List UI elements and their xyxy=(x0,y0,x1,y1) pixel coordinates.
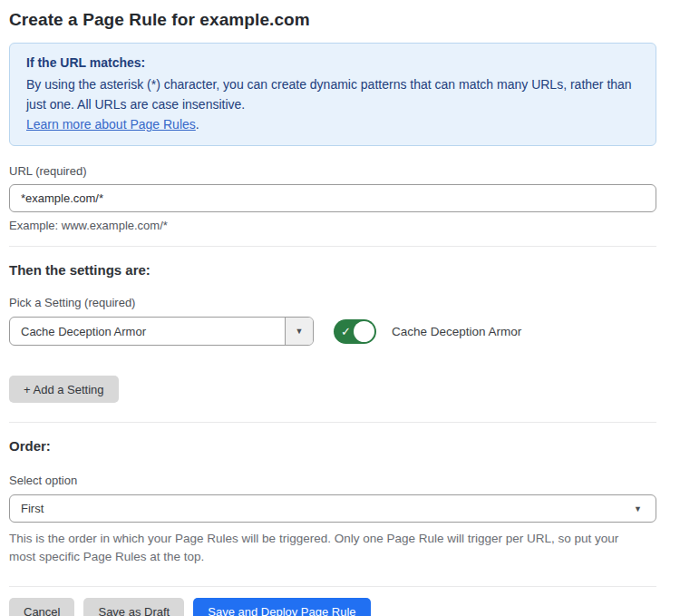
toggle-knob xyxy=(354,321,374,342)
add-setting-button[interactable]: + Add a Setting xyxy=(9,376,119,403)
create-page-rule-form: Create a Page Rule for example.com If th… xyxy=(0,0,680,616)
learn-more-link[interactable]: Learn more about Page Rules xyxy=(26,117,196,132)
page-title: Create a Page Rule for example.com xyxy=(9,10,656,30)
divider xyxy=(9,246,656,247)
toggle-label: Cache Deception Armor xyxy=(392,325,521,338)
url-example-helper: Example: www.example.com/* xyxy=(9,219,656,232)
order-select-label: Select option xyxy=(9,474,656,487)
order-select-value: First xyxy=(21,502,44,515)
chevron-down-icon: ▼ xyxy=(296,328,304,336)
settings-section-heading: Then the settings are: xyxy=(9,262,656,278)
url-matches-info-box: If the URL matches: By using the asteris… xyxy=(9,43,656,146)
divider xyxy=(9,422,656,423)
chevron-down-icon: ▼ xyxy=(634,504,642,513)
setting-select[interactable]: Cache Deception Armor ▼ xyxy=(9,317,314,346)
footer-actions: Cancel Save as Draft Save and Deploy Pag… xyxy=(9,598,656,616)
setting-select-arrow-button[interactable]: ▼ xyxy=(285,318,313,345)
cache-deception-armor-toggle[interactable]: ✓ xyxy=(334,319,376,344)
save-and-deploy-button[interactable]: Save and Deploy Page Rule xyxy=(193,598,370,616)
order-helper-text: This is the order in which your Page Rul… xyxy=(9,530,644,566)
check-icon: ✓ xyxy=(341,325,351,338)
order-section-heading: Order: xyxy=(9,438,656,454)
info-box-heading: If the URL matches: xyxy=(26,53,639,73)
url-input[interactable] xyxy=(9,184,656,212)
divider xyxy=(9,586,656,587)
setting-row: Cache Deception Armor ▼ ✓ Cache Deceptio… xyxy=(9,317,656,346)
setting-select-value: Cache Deception Armor xyxy=(10,318,285,345)
order-select[interactable]: First ▼ xyxy=(9,494,656,523)
info-box-link-line: Learn more about Page Rules. xyxy=(26,114,639,134)
url-field-label: URL (required) xyxy=(9,164,656,178)
cancel-button[interactable]: Cancel xyxy=(9,598,74,616)
info-box-body: By using the asterisk (*) character, you… xyxy=(26,74,639,114)
link-period: . xyxy=(196,117,199,132)
save-as-draft-button[interactable]: Save as Draft xyxy=(83,598,184,616)
pick-setting-label: Pick a Setting (required) xyxy=(9,296,656,309)
